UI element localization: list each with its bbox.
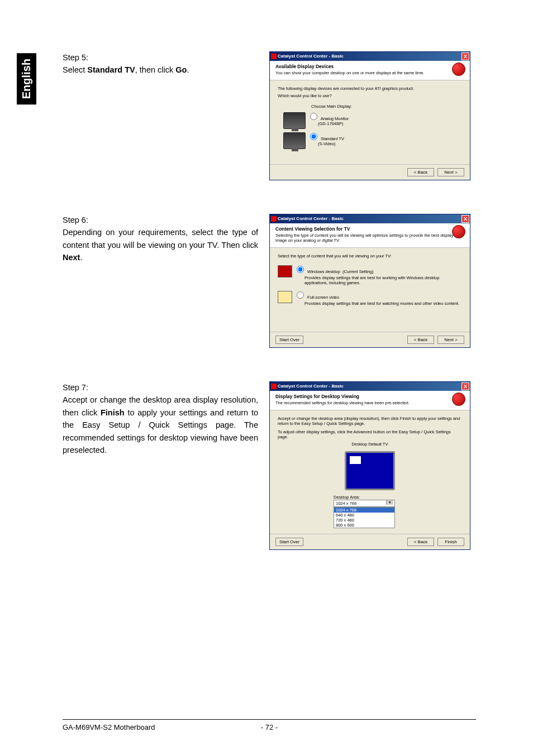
dialog-1-intro: The following display devices are connec… <box>278 86 462 91</box>
step-7-label: Step 7: <box>63 383 88 392</box>
back-button[interactable]: < Back <box>407 538 434 546</box>
step-5-pre: Select <box>63 65 87 74</box>
radio-video-desc: Provides display settings that are best … <box>304 301 462 306</box>
step-5-b2: Go <box>175 65 187 74</box>
radio-tv-sub: (S-Video) <box>318 141 336 146</box>
dialog-2-title: Catalyst Control Center - Basic <box>278 216 344 221</box>
step-6-post: . <box>80 253 82 262</box>
monitor-preview-icon <box>345 451 395 490</box>
dialog-1-titlebar: Catalyst Control Center - Basic X <box>270 52 470 61</box>
dialog-3-title: Catalyst Control Center - Basic <box>278 384 344 389</box>
start-over-button[interactable]: Start Over <box>275 538 303 546</box>
radio-desktop-desc: Provides display settings that are best … <box>304 275 462 285</box>
radio-analog-label: Analog Monitor <box>321 116 349 121</box>
dialog-1-wrap: Catalyst Control Center - Basic X Availa… <box>269 51 470 180</box>
step-5-mid: , then click <box>135 65 176 74</box>
dialog-1-header-sub: You can show your computer desktop on on… <box>275 70 464 75</box>
dialog-3-line2: To adjust other display settings, click … <box>278 429 462 439</box>
list-item[interactable]: 640 x 480 <box>334 513 394 518</box>
radio-analog-monitor[interactable] <box>310 113 317 120</box>
preview-label: Desktop Default TV <box>278 442 462 447</box>
main-content: Step 5: Select Standard TV, then click G… <box>63 51 476 583</box>
footer-left: GA-M69VM-S2 Motherboard <box>63 723 261 731</box>
radio-standard-tv[interactable] <box>310 133 317 140</box>
radio-windows-desktop[interactable] <box>297 266 304 273</box>
radio-fullscreen-video[interactable] <box>297 291 304 299</box>
step-7-text: Step 7: Accept or change the desktop are… <box>63 381 258 550</box>
footer-pagenum: - 72 - <box>261 723 278 731</box>
dialog-1-body: The following display devices are connec… <box>270 80 470 164</box>
dialog-3-line1: Accept or change the desktop area (displ… <box>278 416 462 426</box>
choose-main-display-label: Choose Main Display: <box>311 104 462 109</box>
dialog-1-buttons: < Back Next > <box>270 164 470 180</box>
step-5-post: . <box>187 65 189 74</box>
ati-logo-icon <box>452 393 465 406</box>
dialog-3-header-sub: The recommended settings for desktop vie… <box>275 400 464 405</box>
tv-icon <box>283 132 306 149</box>
dialog-2-wrap: Catalyst Control Center - Basic X Conten… <box>269 214 470 348</box>
dialog-2-header-sub: Selecting the type of content you will b… <box>275 233 464 243</box>
finish-button[interactable]: Finish <box>437 538 464 546</box>
desktop-icon <box>278 265 292 277</box>
desktop-area-label: Desktop Area: <box>334 495 462 500</box>
step-6-text: Step 6: Depending on your requirements, … <box>63 214 258 348</box>
dialog-3-body: Accept or change the desktop area (displ… <box>270 410 470 534</box>
ati-logo-icon <box>452 225 465 238</box>
radio-video-label: Full-screen video <box>307 295 339 300</box>
monitor-icon <box>283 112 306 129</box>
video-icon <box>278 291 292 303</box>
dialog-3-wrap: Catalyst Control Center - Basic X Displa… <box>269 381 470 550</box>
step-6-bold: Next <box>63 253 80 262</box>
dialog-1-title: Catalyst Control Center - Basic <box>278 54 344 59</box>
step-5-row: Step 5: Select Standard TV, then click G… <box>63 51 476 180</box>
dialog-3-header-title: Display Settings for Desktop Viewing <box>275 394 464 399</box>
radio-tv-label: Standard TV <box>321 136 344 141</box>
page-footer: GA-M69VM-S2 Motherboard - 72 - <box>63 719 476 731</box>
step-7-bold: Finish <box>101 408 125 417</box>
dialog-available-display-devices: Catalyst Control Center - Basic X Availa… <box>269 51 470 180</box>
close-icon[interactable]: X <box>461 382 469 390</box>
desktop-area-listbox[interactable]: 1024 x 768 640 x 480 720 x 480 800 x 600 <box>334 507 395 528</box>
dialog-2-body: Select the type of content that you will… <box>270 248 470 332</box>
next-button[interactable]: Next > <box>437 336 464 344</box>
close-icon[interactable]: X <box>461 52 469 60</box>
ati-icon <box>271 216 277 222</box>
dialog-3-header: Display Settings for Desktop Viewing The… <box>270 391 470 410</box>
dialog-3-titlebar: Catalyst Control Center - Basic X <box>270 382 470 391</box>
back-button[interactable]: < Back <box>407 336 434 344</box>
step-7-row: Step 7: Accept or change the desktop are… <box>63 381 476 550</box>
radio-desktop-suffix: (Current Setting) <box>342 269 373 274</box>
ati-icon <box>271 384 277 389</box>
step-5-label: Step 5: <box>63 53 88 62</box>
dialog-2-header: Content Viewing Selection for TV Selecti… <box>270 223 470 248</box>
radio-desktop-label: Windows desktop <box>307 269 340 274</box>
dialog-1-header: Available Display Devices You can show y… <box>270 61 470 80</box>
ati-icon <box>271 54 277 59</box>
dialog-2-titlebar: Catalyst Control Center - Basic X <box>270 214 470 223</box>
dialog-1-header-title: Available Display Devices <box>275 64 464 69</box>
dialog-1-question: Which would you like to use? <box>278 93 462 98</box>
back-button[interactable]: < Back <box>407 168 434 176</box>
desktop-area-combo[interactable]: 1024 x 768 <box>334 500 395 507</box>
step-6-pre: Depending on your requirements, select t… <box>63 228 258 249</box>
list-item[interactable]: 1024 x 768 <box>334 508 394 513</box>
dialog-2-intro: Select the type of content that you will… <box>278 253 462 259</box>
dialog-content-viewing-selection: Catalyst Control Center - Basic X Conten… <box>269 214 470 348</box>
list-item[interactable]: 720 x 480 <box>334 518 394 523</box>
dialog-2-buttons: Start Over < Back Next > <box>270 332 470 347</box>
step-5-text: Step 5: Select Standard TV, then click G… <box>63 51 258 180</box>
language-tab: English <box>17 53 36 104</box>
close-icon[interactable]: X <box>461 215 469 223</box>
start-over-button[interactable]: Start Over <box>275 336 303 344</box>
step-5-b1: Standard TV <box>87 65 135 74</box>
radio-analog-sub: (GD-1704BP) <box>318 121 343 126</box>
dialog-display-settings-desktop: Catalyst Control Center - Basic X Displa… <box>269 381 470 550</box>
next-button[interactable]: Next > <box>437 168 464 176</box>
ati-logo-icon <box>452 63 465 76</box>
list-item[interactable]: 800 x 600 <box>334 523 394 528</box>
dialog-2-header-title: Content Viewing Selection for TV <box>275 226 464 232</box>
step-6-label: Step 6: <box>63 216 88 224</box>
step-6-row: Step 6: Depending on your requirements, … <box>63 214 476 348</box>
dialog-3-buttons: Start Over < Back Finish <box>270 534 470 549</box>
